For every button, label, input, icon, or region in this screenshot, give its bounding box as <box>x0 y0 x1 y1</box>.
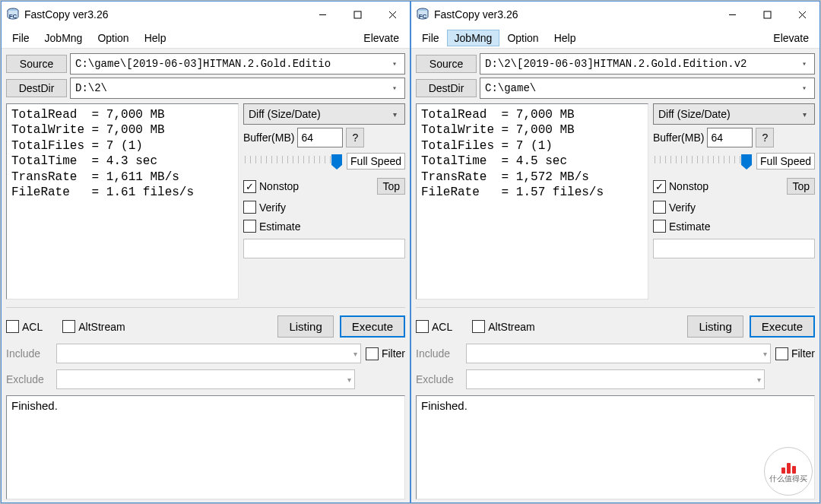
buffer-input[interactable]: 64 <box>297 128 343 147</box>
close-button[interactable] <box>785 2 819 27</box>
chevron-down-icon: ▾ <box>347 376 351 384</box>
buffer-input[interactable]: 64 <box>707 128 753 147</box>
chevron-down-icon: ▾ <box>388 59 401 68</box>
top-button[interactable]: Top <box>377 178 405 195</box>
chevron-down-icon: ▾ <box>388 110 401 119</box>
menu-file[interactable]: File <box>5 30 37 46</box>
progress-field <box>243 239 405 258</box>
execute-button[interactable]: Execute <box>340 315 405 338</box>
source-value: C:\game\[2019-06-03]HITMAN.2.Gold.Editio <box>75 58 388 70</box>
source-combo[interactable]: C:\game\[2019-06-03]HITMAN.2.Gold.Editio… <box>70 53 405 74</box>
include-label: Include <box>416 347 461 360</box>
menu-file[interactable]: File <box>414 30 447 46</box>
svg-text:FC: FC <box>9 13 17 20</box>
chevron-down-icon: ▾ <box>763 350 767 358</box>
stats-panel: TotalRead = 7,000 MB TotalWrite = 7,000 … <box>6 103 239 300</box>
menubar: File JobMng Option Help Elevate <box>2 27 410 49</box>
stats-panel: TotalRead = 7,000 MB TotalWrite = 7,000 … <box>416 103 648 300</box>
filter-checkbox[interactable] <box>775 347 788 360</box>
destdir-value: D:\2\ <box>75 82 388 94</box>
help-button[interactable]: ? <box>346 128 364 147</box>
fastcopy-window-right: FC FastCopy ver3.26 File JobMng Option H… <box>410 1 820 503</box>
fastcopy-icon: FC <box>416 8 430 21</box>
speed-slider[interactable] <box>653 151 753 171</box>
top-button[interactable]: Top <box>787 178 815 195</box>
slider-thumb-icon[interactable] <box>741 154 752 170</box>
chevron-down-icon: ▾ <box>797 59 811 68</box>
buffer-label: Buffer(MB) <box>653 132 704 144</box>
svg-text:FC: FC <box>419 13 427 20</box>
chevron-down-icon: ▾ <box>388 84 401 93</box>
include-combo[interactable]: ▾ <box>56 344 361 363</box>
source-button[interactable]: Source <box>6 55 67 73</box>
maximize-button[interactable] <box>340 2 375 27</box>
close-button[interactable] <box>375 2 410 27</box>
menu-elevate[interactable]: Elevate <box>356 30 407 46</box>
menu-jobmng[interactable]: JobMng <box>447 30 500 46</box>
menu-help[interactable]: Help <box>137 30 174 46</box>
listing-button[interactable]: Listing <box>687 315 743 338</box>
minimize-button[interactable] <box>715 2 750 27</box>
menu-jobmng[interactable]: JobMng <box>37 30 90 46</box>
menu-option[interactable]: Option <box>499 30 546 46</box>
window-title: FastCopy ver3.26 <box>24 8 109 21</box>
minimize-button[interactable] <box>305 2 340 27</box>
copy-mode-select[interactable]: Diff (Size/Date) ▾ <box>243 103 405 125</box>
status-box: Finished. <box>416 395 815 499</box>
include-label: Include <box>6 347 52 360</box>
copy-mode-select[interactable]: Diff (Size/Date) ▾ <box>653 103 815 125</box>
buffer-label: Buffer(MB) <box>243 132 294 144</box>
speed-slider[interactable] <box>243 151 344 171</box>
execute-button[interactable]: Execute <box>750 315 815 338</box>
progress-field <box>653 239 815 258</box>
destdir-combo[interactable]: C:\game\ ▾ <box>480 78 815 99</box>
speed-label: Full Speed <box>347 153 405 170</box>
altstream-checkbox[interactable] <box>62 320 75 333</box>
verify-checkbox[interactable] <box>243 201 256 214</box>
exclude-label: Exclude <box>6 373 52 385</box>
nonstop-checkbox[interactable] <box>243 180 256 193</box>
verify-checkbox[interactable] <box>653 201 666 214</box>
acl-checkbox[interactable] <box>6 320 19 333</box>
status-box: Finished. <box>6 395 405 499</box>
slider-thumb-icon[interactable] <box>331 154 342 170</box>
chevron-down-icon: ▾ <box>757 376 761 384</box>
svg-rect-3 <box>354 11 361 18</box>
titlebar[interactable]: FC FastCopy ver3.26 <box>411 2 819 27</box>
acl-checkbox[interactable] <box>416 320 429 333</box>
menu-help[interactable]: Help <box>547 30 584 46</box>
altstream-checkbox[interactable] <box>472 320 485 333</box>
source-value: D:\2\[2019-06-03]HITMAN.2.Gold.Edition.v… <box>485 58 797 70</box>
destdir-button[interactable]: DestDir <box>416 79 477 97</box>
svg-rect-9 <box>764 11 771 18</box>
destdir-value: C:\game\ <box>485 82 797 94</box>
chevron-down-icon: ▾ <box>797 84 811 93</box>
fastcopy-icon: FC <box>6 8 20 21</box>
chevron-down-icon: ▾ <box>797 110 811 119</box>
exclude-combo[interactable]: ▾ <box>56 369 355 389</box>
estimate-checkbox[interactable] <box>243 220 256 233</box>
window-title: FastCopy ver3.26 <box>434 8 518 21</box>
help-button[interactable]: ? <box>756 128 774 147</box>
menubar: File JobMng Option Help Elevate <box>411 27 819 49</box>
chevron-down-icon: ▾ <box>353 350 357 358</box>
source-combo[interactable]: D:\2\[2019-06-03]HITMAN.2.Gold.Edition.v… <box>480 53 815 74</box>
destdir-combo[interactable]: D:\2\ ▾ <box>70 78 405 99</box>
titlebar[interactable]: FC FastCopy ver3.26 <box>2 2 410 27</box>
maximize-button[interactable] <box>750 2 785 27</box>
exclude-label: Exclude <box>416 373 461 385</box>
fastcopy-window-left: FC FastCopy ver3.26 File JobMng Option H… <box>1 1 410 503</box>
include-combo[interactable]: ▾ <box>466 344 771 363</box>
nonstop-checkbox[interactable] <box>653 180 666 193</box>
destdir-button[interactable]: DestDir <box>6 79 67 97</box>
source-button[interactable]: Source <box>416 55 477 73</box>
menu-option[interactable]: Option <box>90 30 136 46</box>
listing-button[interactable]: Listing <box>277 315 333 338</box>
estimate-checkbox[interactable] <box>653 220 666 233</box>
exclude-combo[interactable]: ▾ <box>466 369 765 389</box>
speed-label: Full Speed <box>756 153 815 170</box>
filter-checkbox[interactable] <box>366 347 379 360</box>
menu-elevate[interactable]: Elevate <box>766 30 816 46</box>
